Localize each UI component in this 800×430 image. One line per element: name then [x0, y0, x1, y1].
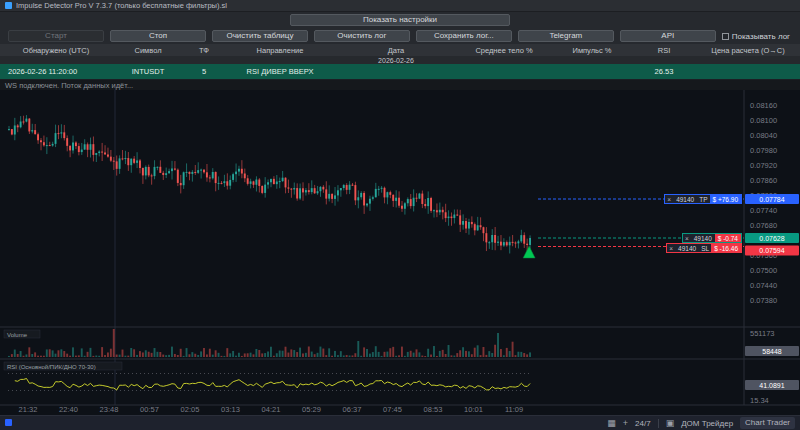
svg-text:0.07860: 0.07860 [750, 176, 777, 185]
settings-toolbar: Показать настройки [0, 12, 800, 28]
order-pnl: $ +76.90 [710, 194, 742, 204]
svg-text:23:48: 23:48 [100, 405, 119, 414]
column-header[interactable]: Дата [336, 46, 456, 55]
order-tag: TP [697, 194, 709, 204]
column-header[interactable]: Направление [224, 46, 336, 55]
toolbar-button[interactable]: API [620, 30, 716, 42]
svg-text:07:45: 07:45 [383, 405, 402, 414]
svg-text:0.07594: 0.07594 [759, 247, 784, 254]
toolbar-button[interactable]: Telegram [518, 30, 614, 42]
signal-row[interactable]: 2026-02-26 11:20:00INTUSDT5RSI ДИВЕР ВВЕ… [0, 64, 800, 79]
svg-text:0.07500: 0.07500 [750, 266, 777, 275]
toolbar-button[interactable]: Старт [8, 30, 104, 42]
column-header[interactable]: Импульс % [552, 46, 632, 55]
svg-text:0.08100: 0.08100 [750, 116, 777, 125]
svg-text:0.07784: 0.07784 [759, 196, 784, 203]
title-bar: Impulse Detector Pro V 7.3.7 (только бес… [0, 0, 800, 12]
svg-text:0.07380: 0.07380 [750, 296, 777, 305]
svg-text:0.07980: 0.07980 [750, 146, 777, 155]
tp-order-label[interactable]: × 49140 TP $ +76.90 [664, 194, 742, 204]
entry-order-label[interactable]: × 49140 $ -0.74 [682, 233, 742, 243]
layout-grid-icon[interactable]: ▦ [607, 417, 616, 430]
always-on-button[interactable]: 24/7 [635, 419, 651, 428]
svg-text:22:40: 22:40 [59, 405, 78, 414]
close-order-icon[interactable]: × [666, 243, 675, 253]
column-header[interactable]: Обнаружено (UTC) [0, 46, 112, 55]
dom-trader-button[interactable]: ДОМ Трейдер [681, 419, 733, 428]
svg-text:0.07920: 0.07920 [750, 161, 777, 170]
svg-text:15.34: 15.34 [750, 396, 769, 405]
app-icon [5, 2, 12, 9]
svg-text:08:53: 08:53 [424, 405, 443, 414]
toolbar-button[interactable]: Стоп [110, 30, 206, 42]
toolbar-buttons: СтартСтопОчистить таблицуОчистить логСох… [8, 30, 716, 42]
show-log-checkbox[interactable]: Показывать лог [722, 32, 792, 41]
column-header[interactable]: Среднее тело % [456, 46, 552, 55]
column-header[interactable]: Цена расчета (O→C) [696, 46, 800, 55]
checkbox-box-icon[interactable] [722, 33, 729, 40]
svg-text:0.08160: 0.08160 [750, 101, 777, 110]
svg-text:05:29: 05:29 [302, 405, 321, 414]
svg-text:21:32: 21:32 [19, 405, 38, 414]
svg-text:06:37: 06:37 [343, 405, 362, 414]
svg-text:0.07740: 0.07740 [750, 206, 777, 215]
close-order-icon[interactable]: × [664, 194, 673, 204]
toolbar-button[interactable]: Сохранить лог... [416, 30, 512, 42]
order-tag: SL [699, 243, 711, 253]
row-cell: INTUSDT [112, 67, 184, 76]
svg-text:0.07440: 0.07440 [750, 281, 777, 290]
calendar-icon[interactable]: ▣ [666, 417, 675, 430]
divider [658, 419, 659, 428]
svg-text:10:01: 10:01 [464, 405, 483, 414]
order-pnl: $ -16.46 [711, 243, 742, 253]
svg-text:0.07628: 0.07628 [759, 235, 784, 242]
window-title: Impulse Detector Pro V 7.3.7 (только бес… [16, 1, 227, 10]
row-cell: 2026-02-26 11:20:00 [0, 67, 112, 76]
svg-text:RSI (Основной/ПИК/ДНО 70-30): RSI (Основной/ПИК/ДНО 70-30) [7, 364, 96, 370]
column-header[interactable]: Символ [112, 46, 184, 55]
order-qty: 49140 [673, 194, 697, 204]
add-icon[interactable]: + [623, 417, 628, 430]
svg-text:04:21: 04:21 [262, 405, 281, 414]
signals-table-header: Обнаружено (UTC)СимволТФНаправлениеДатаС… [0, 44, 800, 56]
close-order-icon[interactable]: × [682, 233, 691, 243]
row-cell: 26.53 [632, 67, 696, 76]
svg-text:551173: 551173 [750, 329, 774, 338]
sl-order-label[interactable]: × 49140 SL $ -16.46 [666, 243, 742, 253]
order-qty: 49140 [675, 243, 699, 253]
log-line: WS подключен. Поток данных идёт... [0, 79, 800, 90]
svg-text:Volume: Volume [7, 332, 28, 338]
svg-text:58448: 58448 [762, 348, 782, 355]
svg-text:02:05: 02:05 [181, 405, 200, 414]
svg-text:0.08040: 0.08040 [750, 131, 777, 140]
toolbar-button[interactable]: Очистить лог [314, 30, 410, 42]
chart-trader-button[interactable]: Chart Trader [740, 417, 795, 429]
order-qty: 49140 [691, 233, 715, 243]
row-cell: RSI ДИВЕР ВВЕРХ [224, 67, 336, 76]
connection-indicator [5, 419, 12, 426]
status-bar: ▦ + 24/7 ▣ ДОМ Трейдер Chart Trader [0, 415, 800, 430]
order-pnl: $ -0.74 [715, 233, 742, 243]
signals-table-date-filter-row: 2026-02-26 [0, 56, 800, 64]
svg-text:11:09: 11:09 [505, 405, 523, 414]
log-text: WS подключен. Поток данных идёт... [5, 81, 133, 90]
svg-text:41.0891: 41.0891 [759, 382, 784, 389]
row-cell: 5 [184, 67, 224, 76]
date-filter-cell: 2026-02-26 [336, 57, 456, 64]
column-header[interactable]: ТФ [184, 46, 224, 55]
column-header[interactable]: RSI [632, 46, 696, 55]
toolbar-button[interactable]: Очистить таблицу [212, 30, 308, 42]
chart-area: 0.081600.081000.080400.079800.079200.078… [0, 90, 800, 415]
show-log-label: Показывать лог [732, 32, 790, 41]
svg-text:00:57: 00:57 [140, 405, 159, 414]
svg-text:0.07680: 0.07680 [750, 221, 777, 230]
main-toolbar: СтартСтопОчистить таблицуОчистить логСох… [0, 28, 800, 44]
show-settings-button[interactable]: Показать настройки [290, 14, 510, 26]
svg-text:03:13: 03:13 [221, 405, 240, 414]
